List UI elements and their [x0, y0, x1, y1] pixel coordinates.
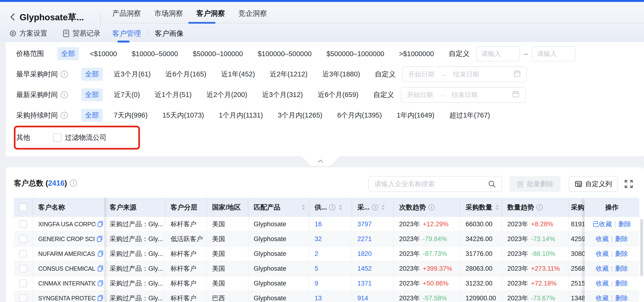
tab-market-insight[interactable]: 市场洞察 [154, 8, 183, 20]
price-min-input[interactable]: 请输入 [476, 46, 520, 62]
filter-option-custom[interactable]: 自定义 [445, 47, 474, 60]
copy-icon[interactable] [97, 294, 104, 302]
purchases-count[interactable]: 1371 [357, 280, 372, 287]
filter-option[interactable]: 近2年(1212) [266, 68, 311, 81]
filter-option[interactable]: <$10000 [86, 48, 121, 60]
purchases-count[interactable]: 3797 [357, 220, 372, 228]
col-header-customer-source[interactable]: 客户来源 [104, 198, 165, 217]
filter-option[interactable]: 近3个月(312) [258, 88, 307, 101]
filter-option[interactable]: 15天内(1073) [158, 109, 208, 122]
info-icon[interactable]: ! [428, 204, 434, 210]
search-icon[interactable] [488, 180, 496, 188]
customer-name[interactable]: CONSUS CHEMICAL [38, 265, 95, 272]
col-header-customer-name[interactable]: 客户名称 [33, 198, 104, 217]
row-checkbox[interactable] [19, 265, 27, 272]
info-icon[interactable]: ! [70, 180, 77, 187]
filter-option[interactable]: 近7天(0) [110, 88, 144, 101]
fullscreen-icon[interactable] [624, 179, 634, 190]
filter-option[interactable]: $500000–1000000 [323, 48, 388, 60]
row-checkbox[interactable] [19, 280, 27, 287]
col-header-customer-tier[interactable]: 客户分层 [165, 198, 207, 217]
vertical-scrollbar[interactable] [640, 219, 643, 276]
sort-icon[interactable] [382, 204, 385, 210]
favorited-link[interactable]: 已收藏 [592, 220, 612, 228]
filter-option[interactable]: 全部 [81, 68, 103, 81]
delete-link[interactable]: 删除 [615, 250, 628, 258]
customer-name[interactable]: NUFARM AMERICAS, [38, 250, 96, 257]
info-icon[interactable]: ! [329, 204, 336, 210]
filter-option[interactable]: 近3个月(61) [110, 68, 154, 81]
favorite-link[interactable]: 收藏 [596, 264, 609, 273]
suppliers-count[interactable]: 9 [314, 280, 318, 287]
filter-option[interactable]: $10000–50000 [128, 48, 182, 60]
col-header-suppliers[interactable]: 供...! [309, 198, 352, 217]
back-icon[interactable] [9, 12, 16, 23]
price-max-input[interactable]: 请输入 [532, 46, 576, 62]
delete-link[interactable]: 删除 [615, 294, 628, 302]
trade-records-button[interactable]: 贸易记录 [62, 29, 100, 38]
batch-delete-button[interactable]: 批量删除 [510, 176, 561, 192]
sort-icon[interactable] [339, 204, 342, 210]
filter-option[interactable]: 全部 [81, 88, 103, 101]
custom-columns-button[interactable]: 自定义列 [569, 176, 618, 192]
filter-option[interactable]: >$1000000 [395, 48, 438, 60]
col-header-purchases[interactable]: 采...! [352, 198, 394, 217]
subtab-customer-profile[interactable]: 客户画像 [155, 29, 184, 38]
filter-option[interactable]: 全部 [81, 109, 103, 122]
row-checkbox[interactable] [19, 250, 27, 258]
row-checkbox[interactable] [19, 294, 27, 302]
filter-option[interactable]: 近1个月(51) [151, 88, 196, 101]
copy-icon[interactable] [98, 250, 104, 257]
suppliers-count[interactable]: 32 [314, 235, 322, 243]
col-header-region[interactable]: 国家/地区 [207, 198, 248, 217]
plan-settings-button[interactable]: 方案设置 [9, 29, 47, 38]
col-header-frequency-trend[interactable]: 次数趋势! [394, 198, 460, 217]
tab-competitor-insight[interactable]: 竞企洞察 [238, 8, 267, 20]
customer-name[interactable]: XINGFA USA CORPO [38, 221, 95, 228]
delete-link[interactable]: 删除 [615, 264, 628, 273]
filter-option[interactable]: 3个月内(1265) [274, 109, 326, 122]
filter-option[interactable]: $100000–500000 [254, 48, 316, 60]
col-header-matched-product[interactable]: 匹配产品 [248, 198, 309, 217]
tab-product-insight[interactable]: 产品洞察 [112, 8, 141, 20]
collapse-filters-button[interactable] [302, 156, 340, 166]
filter-option-custom[interactable]: 自定义 [370, 88, 398, 101]
filter-option[interactable]: 全部 [57, 47, 79, 60]
info-icon[interactable]: ! [61, 71, 68, 78]
filter-option[interactable]: 1个月内(1131) [215, 109, 267, 122]
info-icon[interactable]: ! [372, 204, 378, 210]
sort-icon[interactable] [496, 204, 499, 210]
filter-option-custom[interactable]: 自定义 [371, 68, 400, 81]
delete-link[interactable]: 删除 [615, 279, 628, 288]
col-header-quantity[interactable]: 采购数量 [460, 198, 502, 217]
favorite-link[interactable]: 收藏 [596, 234, 609, 243]
suppliers-count[interactable]: 13 [314, 294, 322, 302]
suppliers-count[interactable]: 2 [314, 250, 318, 258]
col-header-quantity-trend[interactable]: 数量趋势! [502, 198, 568, 217]
customer-name[interactable]: SYNGENTA PROTEC [38, 295, 95, 302]
filter-option[interactable]: 近6个月(659) [314, 88, 362, 101]
filter-option[interactable]: 6个月内(1395) [334, 109, 386, 122]
favorite-link[interactable]: 收藏 [596, 250, 609, 258]
delete-link[interactable]: 删除 [615, 234, 628, 243]
latest-date-range-picker[interactable]: 开始日期 → 结束日期 [401, 87, 526, 103]
info-icon[interactable]: ! [61, 91, 68, 98]
suppliers-count[interactable]: 16 [314, 220, 322, 228]
favorite-link[interactable]: 收藏 [596, 294, 609, 302]
copy-icon[interactable] [97, 265, 104, 272]
select-all-checkbox[interactable] [19, 204, 27, 211]
info-icon[interactable]: ! [61, 112, 68, 119]
filter-option[interactable]: 1年内(1649) [393, 109, 438, 122]
filter-option[interactable]: 超过1年(767) [446, 109, 494, 122]
filter-option[interactable]: 近6个月(165) [162, 68, 210, 81]
delete-link[interactable]: 删除 [618, 220, 631, 228]
purchases-count[interactable]: 1820 [357, 250, 372, 258]
subtab-customer-management[interactable]: 客户管理 [112, 29, 141, 38]
suppliers-count[interactable]: 5 [314, 265, 318, 272]
row-checkbox[interactable] [19, 235, 27, 243]
company-search-input[interactable]: 请输入企业名称搜索 [368, 176, 502, 192]
copy-icon[interactable] [96, 235, 103, 242]
tab-customer-insight[interactable]: 客户洞察 [196, 8, 225, 20]
favorite-link[interactable]: 收藏 [596, 279, 609, 288]
purchases-count[interactable]: 2271 [357, 235, 372, 243]
